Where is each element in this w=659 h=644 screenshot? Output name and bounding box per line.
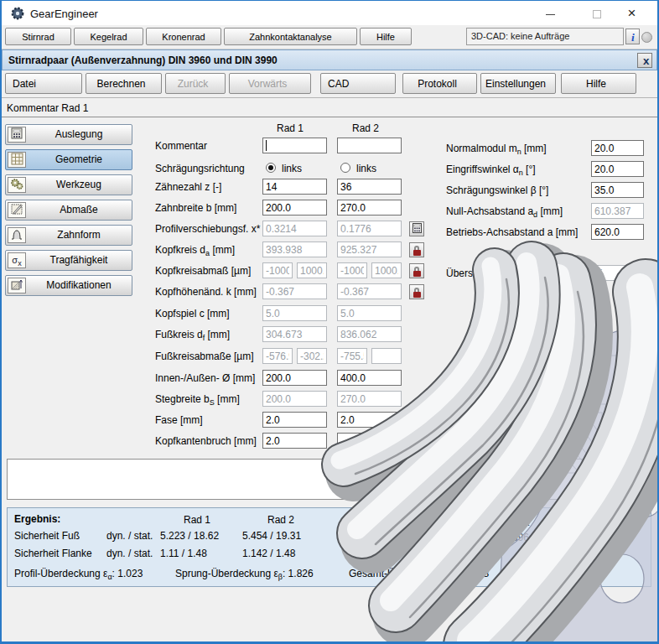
results-col-blitz: Blitz [511,517,530,528]
param-label: Betriebs-Achsabstand a [mm] [446,226,578,238]
row-label: Kopfkantenbruch [mm] [155,435,257,447]
menu-hilfe[interactable]: Hilfe [360,28,412,45]
menu-zahnkontaktanalyse[interactable]: Zahnkontaktanalyse [224,28,357,45]
normalmodul-input[interactable] [591,140,644,156]
sicherheit-fuss-rad2: 5.454 / 19.31 [242,530,301,542]
gear-app-icon [10,6,25,21]
tool-bar: Datei Berechnen Zurück Vorwärts CAD Prot… [2,70,657,98]
param-row-uebersetzung: Überset [0,265,659,282]
toolbar-cad[interactable]: CAD [320,73,396,94]
menu-kegelrad[interactable]: Kegelrad [74,28,143,45]
info-button[interactable]: i [625,29,640,44]
toolbar-protokoll[interactable]: Protokoll [402,73,477,94]
innen-aussen-rad1-input[interactable] [262,370,327,386]
toolbar-datei[interactable]: Datei [5,73,82,94]
param-label: Eingriffswinkel αn [°] [446,164,536,177]
sicherheit-fuss-label: Sicherheit Fuß [14,530,80,542]
row-label: Fase [mm] [155,414,203,426]
fusskreisabmasse-rad1-lower-input[interactable] [262,348,293,364]
null-achsabstand-input[interactable] [591,203,644,219]
row-label: Innen-/Außen- Ø [mm] [155,372,255,384]
results-col-rad2: Rad 2 [267,514,294,526]
toolbar-vorwaerts[interactable]: Vorwärts [229,73,311,94]
fase-rad1-input[interactable] [262,412,327,428]
sicherheit-flanke-rad2: 1.142 / 1.48 [242,548,295,559]
frame-close-button[interactable]: x [637,53,652,68]
results-title: Ergebnis: [14,513,60,525]
minimize-button[interactable] [532,1,569,26]
window-title: GearEngineer [30,8,98,20]
innen-aussen-rad2-input[interactable] [337,370,402,386]
uebersetzung-input[interactable] [585,265,636,281]
eingriffswinkel-input[interactable] [591,161,644,177]
frame-title: Stirnradpaar (Außenverzahnung) DIN 3960 … [8,55,278,66]
schraegungswinkel-input[interactable] [591,182,644,198]
maximize-button[interactable] [578,1,615,26]
form-row-kopfkantenbruch: Kopfkantenbruch [mm] [0,433,659,449]
toolbar-zurueck[interactable]: Zurück [165,73,226,94]
row-label: Kopfspiel c [mm] [155,308,230,319]
section-bar: Kommentar Rad 1 [2,98,657,117]
results-panel: Ergebnis: Rad 1 Rad 2 Integral Blitz Sic… [7,507,651,587]
form-row-fusskreis: Fußkreis df [mm] [0,326,659,343]
fusskreisabmasse-rad2-upper-input[interactable] [371,348,402,364]
fusskreis-rad1-input[interactable] [262,326,327,342]
form-row-kopfspiel: Kopfspiel c [mm] [0,305,659,322]
close-button[interactable]: × [613,1,651,26]
fase-rad2-input[interactable] [337,412,402,428]
param-row-normalmodul: Normalmodul mn [mm] [0,140,659,157]
minimize-icon [546,14,555,15]
column-header-rad1: Rad 1 [277,122,304,134]
form-row-kopfhoehenaend: Kopfhöhenänd. k [mm] [0,283,659,300]
form-row-kopfkreis: Kopfkreis da [mm] [0,242,659,258]
toolbar-hilfe[interactable]: Hilfe [561,73,636,94]
row-label: Fußkreisabmaße [µm] [155,351,254,362]
results-col-integral: Integral [450,517,484,528]
cad-status-field: 3D-CAD: keine Aufträge [466,28,624,45]
kopfkantenbruch-rad2-input[interactable] [337,433,402,449]
kopfhoehenaend-rad2-input[interactable] [337,283,402,299]
kopfhoehenaend-rad1-input[interactable] [262,283,327,299]
fusskreisabmasse-rad1-upper-input[interactable] [297,348,327,364]
kopfkreis-rad1-input[interactable] [262,242,327,257]
stegbreite-rad2-input[interactable] [337,391,402,407]
toolbar-einstellungen[interactable]: Einstellungen [480,73,556,94]
frame-title-bar: Stirnradpaar (Außenverzahnung) DIN 3960 … [2,49,657,70]
kopfkreis-rad2-input[interactable] [337,242,402,257]
sicherheit-flanke-mode: dyn. / stat. [106,548,153,559]
kopfhoehenaend-lock-button[interactable] [409,284,424,299]
menu-kronenrad[interactable]: Kronenrad [146,28,221,45]
close-icon: × [628,5,636,21]
param-row-schraegungswinkel: Schrägungswinkel β [°] [0,182,659,199]
kopfspiel-rad1-input[interactable] [262,305,327,321]
gesamt-ueberdeckung: Gesamt-Überdeckung εγ: 2.848 [349,568,489,581]
form-row-stegbreite: Stegbreite bS [mm] [0,391,659,408]
sprung-ueberdeckung: Sprung-Überdeckung εβ: 1.826 [175,568,314,581]
kopfspiel-rad2-input[interactable] [337,305,402,321]
betriebs-achsabstand-input[interactable] [591,224,644,240]
title-bar: GearEngineer × [2,0,657,25]
fusskreis-rad2-input[interactable] [337,326,402,342]
kopfkantenbruch-rad1-input[interactable] [262,433,327,449]
sicherheit-flanke-rad1: 1.11 / 1.48 [160,548,207,559]
stegbreite-rad1-input[interactable] [262,391,327,407]
param-label: Null-Achsabstand ad [mm] [446,205,563,219]
frame-close-icon: x [643,55,649,67]
form-row-innen-aussen: Innen-/Außen- Ø [mm] [0,370,659,387]
gearengineer-window: { "window": {"title": "GearEngineer", "c… [0,0,659,644]
sicherheit-fuss-mode: dyn. / stat. [106,530,153,542]
fusskreisabmasse-rad2-lower-input[interactable] [337,348,367,364]
form-row-fase: Fase [mm] [0,412,659,428]
param-label: Schrägungswinkel β [°] [446,184,548,196]
kopfkreis-lock-button[interactable] [409,242,424,257]
menu-stirnrad[interactable]: Stirnrad [5,28,71,45]
toolbar-berechnen[interactable]: Berechnen [86,73,162,94]
status-led-indicator [641,32,652,43]
maximize-icon [593,10,601,18]
param-label: Überset [446,267,481,279]
row-label: Kopfhöhenänd. k [mm] [155,286,257,298]
info-icon: i [631,31,635,44]
sicherheit-fressen-integral: 4.00 [454,532,473,543]
row-label: Kopfkreis da [mm] [155,244,235,257]
comment-textarea[interactable] [7,459,651,500]
